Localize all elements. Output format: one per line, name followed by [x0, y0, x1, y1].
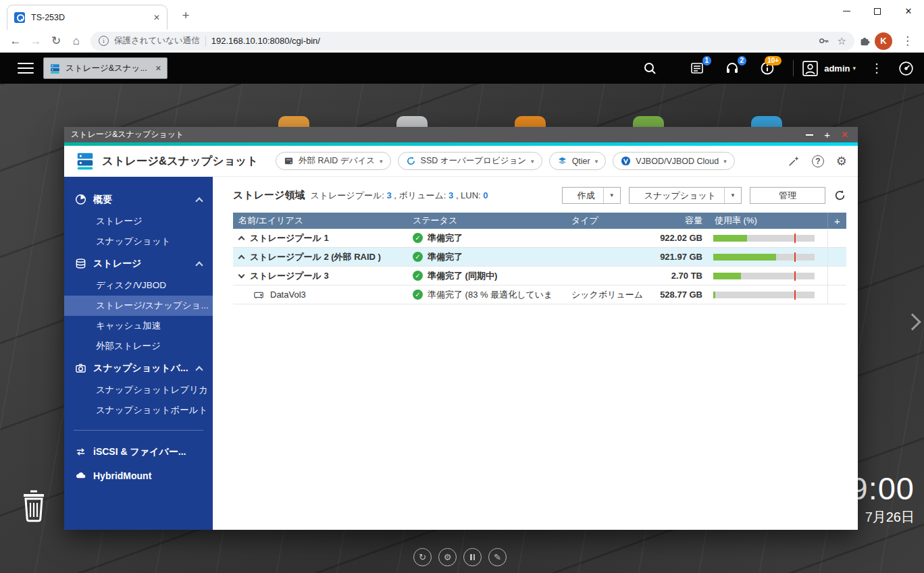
qtier-button[interactable]: Qtier ▾: [549, 152, 607, 170]
sidebar-section-iscsi[interactable]: iSCSI & ファイバー...: [64, 440, 213, 464]
collapse-chevron-icon[interactable]: [195, 261, 203, 269]
tab-close-icon[interactable]: ✕: [153, 13, 160, 22]
collapse-icon[interactable]: [238, 255, 245, 262]
sidebar-item-storage-snapshots[interactable]: ストレージ/スナップショ...: [64, 296, 213, 316]
usage-bar: [713, 273, 815, 279]
clock-time: 9:00: [850, 471, 915, 506]
security-label: 保護されていない通信: [114, 35, 200, 47]
qts-topbar: ストレージ&スナッ... ✕ 1 2 10+ admin ▾ ⋮: [0, 53, 924, 84]
window-close-icon[interactable]: ✕: [841, 130, 848, 140]
sidebar-section-overview[interactable]: 概要: [64, 188, 213, 211]
topbar-more-icon[interactable]: ⋮: [871, 61, 883, 76]
sidebar-section-snapshot-backup[interactable]: スナップショットバ...: [64, 356, 213, 380]
window-titlebar[interactable]: ストレージ&スナップショット + ✕: [64, 127, 858, 142]
chevron-down-icon: ▾: [595, 158, 598, 165]
minimize-button[interactable]: [831, 0, 862, 22]
user-avatar-icon[interactable]: [802, 60, 819, 77]
threshold-tick: [794, 271, 796, 281]
sidebar-item-snapshot-overview[interactable]: スナップショット: [64, 231, 213, 252]
table-row-pool3[interactable]: ストレージプール 3 ✓準備完了 (同期中) 2.70 TB: [233, 267, 846, 285]
refresh-icon[interactable]: [833, 189, 846, 202]
extensions-puzzle-icon[interactable]: [858, 35, 871, 47]
qts-desktop: ストレージ&スナップショット + ✕ ストレージ&スナップショット 外部 RAI…: [0, 84, 924, 573]
create-dropdown-caret-icon[interactable]: ▼: [603, 188, 620, 203]
collapse-chevron-icon[interactable]: [195, 197, 203, 204]
table-row-datavol3[interactable]: DataVol3 ✓準備完了 (83 % 最適化していま シックボリューム 52…: [233, 285, 846, 304]
background-tasks-icon[interactable]: [463, 548, 482, 566]
user-menu[interactable]: admin: [824, 63, 850, 74]
sidebar-section-hybridmount[interactable]: HybridMount: [64, 464, 213, 487]
collapse-chevron-icon[interactable]: [195, 366, 203, 373]
col-status: ステータス: [407, 215, 566, 227]
window-maximize-icon[interactable]: +: [824, 130, 830, 140]
qts-open-app-tab[interactable]: ストレージ&スナッ... ✕: [43, 57, 168, 79]
back-icon[interactable]: ←: [5, 32, 26, 51]
events-badge: 1: [702, 56, 712, 65]
usage-bar: [713, 292, 815, 298]
sidebar-item-external-storage[interactable]: 外部ストレージ: [64, 336, 213, 356]
screen: TS-253D ✕ + ✕ ← → ↻ ⌂ i 保護されていない通信 192.1…: [0, 0, 924, 573]
user-menu-caret-icon[interactable]: ▾: [852, 65, 856, 72]
help-icon[interactable]: ?: [812, 155, 824, 167]
table-row-pool2[interactable]: ストレージプール 2 (外部 RAID ) ✓準備完了 921.97 GB: [233, 248, 846, 267]
sidebar-section-storage[interactable]: ストレージ: [64, 252, 213, 275]
sidebar-item-snapshot-vault[interactable]: スナップショットボールト: [64, 400, 213, 420]
recent-apps-icon[interactable]: ↻: [413, 548, 432, 566]
qts-tab-close-icon[interactable]: ✕: [155, 64, 161, 73]
magic-wand-icon[interactable]: [788, 155, 800, 167]
usage-bar: [713, 254, 815, 261]
sidebar: 概要 ストレージ スナップショット ストレージ ディスク/VJBOD ストレージ…: [64, 177, 213, 530]
snapshot-camera-icon: [75, 362, 86, 374]
site-info-icon[interactable]: i: [99, 36, 109, 46]
desktop-dock: ↻ ⚙ ✎: [413, 548, 507, 566]
table-row-pool1[interactable]: ストレージプール 1 ✓準備完了 922.02 GB: [233, 229, 846, 248]
tools-icon[interactable]: ⚙: [438, 548, 457, 566]
vjbod-button[interactable]: VJBOD/VJBOD Cloud ▾: [613, 152, 735, 170]
recycle-bin-icon[interactable]: [18, 487, 50, 525]
browser-menu-icon[interactable]: ⋮: [896, 34, 919, 48]
browser-tab[interactable]: TS-253D ✕: [7, 5, 168, 30]
chevron-down-icon: ▾: [380, 158, 383, 165]
support-headset-icon[interactable]: 2: [725, 61, 740, 76]
add-column-button[interactable]: +: [827, 213, 846, 229]
new-tab-button[interactable]: +: [177, 7, 195, 24]
settings-gear-icon[interactable]: ⚙: [836, 154, 847, 169]
external-raid-icon: [284, 156, 294, 166]
main-menu-icon[interactable]: [18, 63, 34, 74]
sidebar-item-storage-overview[interactable]: ストレージ: [64, 211, 213, 231]
event-notifications-icon[interactable]: 1: [690, 61, 704, 76]
create-button[interactable]: 作成 ▼: [562, 187, 621, 204]
close-button[interactable]: ✕: [893, 0, 924, 22]
sidebar-item-disks-vjbod[interactable]: ディスク/VJBOD: [64, 275, 213, 296]
app-toolbar: ストレージ&スナップショット 外部 RAID デバイス ▾ SSD オーバープロ…: [64, 146, 858, 177]
snapshot-dropdown-caret-icon[interactable]: ▼: [724, 188, 741, 203]
sidebar-item-cache-acceleration[interactable]: キャッシュ加速: [64, 316, 213, 336]
window-minimize-icon[interactable]: [806, 134, 813, 136]
browser-window-controls: ✕: [831, 0, 924, 22]
search-icon[interactable]: [643, 61, 657, 75]
browser-profile-avatar[interactable]: K: [875, 32, 892, 50]
notes-icon[interactable]: ✎: [488, 548, 507, 566]
dashboard-gauge-icon[interactable]: [898, 60, 915, 77]
collapse-icon[interactable]: [238, 236, 245, 243]
storage-summary: ストレージプール: 3 , ボリューム: 3 , LUN: 0: [310, 190, 488, 202]
sidebar-item-snapshot-replica[interactable]: スナップショットレプリカ: [64, 380, 213, 400]
snapshot-button[interactable]: スナップショット ▼: [629, 187, 742, 204]
reload-icon[interactable]: ↻: [46, 32, 66, 51]
next-page-chevron-icon[interactable]: [904, 313, 921, 330]
usage-bar: [713, 235, 815, 242]
ssd-overprovision-button[interactable]: SSD オーバープロビジョン ▾: [398, 152, 542, 170]
home-icon[interactable]: ⌂: [66, 32, 86, 51]
expand-icon[interactable]: [238, 271, 245, 278]
manage-button[interactable]: 管理: [750, 187, 825, 204]
storage-table: 名前/エイリアス ステータス タイプ 容量 使用率 (%) + ストレージプール…: [233, 213, 846, 304]
volume-disk-icon: [253, 290, 264, 300]
maximize-button[interactable]: [862, 0, 893, 22]
col-usage: 使用率 (%): [707, 215, 827, 227]
col-capacity: 容量: [647, 215, 707, 227]
external-raid-button[interactable]: 外部 RAID デバイス ▾: [276, 152, 391, 170]
alerts-info-icon[interactable]: 10+: [760, 61, 775, 76]
bookmark-star-icon[interactable]: ☆: [838, 35, 846, 47]
address-bar[interactable]: i 保護されていない通信 192.168.10.10:8080/cgi-bin/…: [91, 32, 854, 51]
password-key-icon[interactable]: [818, 35, 829, 47]
